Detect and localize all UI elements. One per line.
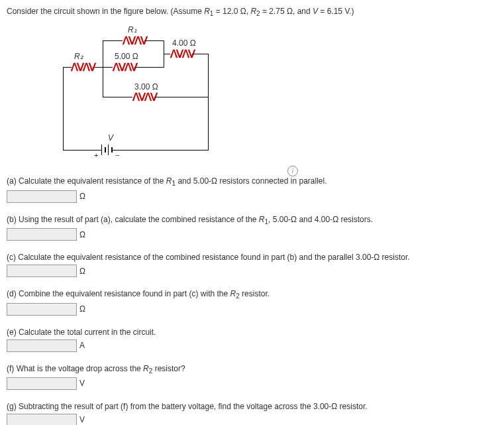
- minus-sign: −: [115, 151, 119, 159]
- qa-post: and 5.00-Ω resistors connected in parall…: [176, 176, 327, 186]
- qf-rsym: R: [143, 364, 149, 373]
- r1-val: = 12.0 Ω,: [213, 7, 250, 16]
- qb-pre: (b) Using the result of part (a), calcul…: [7, 215, 259, 224]
- intro-prefix: Consider the circuit shown in the figure…: [7, 7, 204, 16]
- r1-label: R₁: [128, 25, 137, 34]
- qg-text: (g) Subtracting the result of part (f) f…: [7, 402, 497, 411]
- qd-post: resistor.: [240, 289, 270, 298]
- resistor-5: ᐱᐯᐱᐯ: [113, 61, 136, 74]
- question-b: (b) Using the result of part (a), calcul…: [7, 215, 497, 241]
- info-icon[interactable]: i: [287, 166, 298, 176]
- qb-rsym: R: [259, 215, 265, 224]
- qb-post: , 5.00-Ω and 4.00-Ω resistors.: [268, 215, 373, 224]
- r2-val: = 2.75 Ω, and: [260, 7, 313, 16]
- r5-label: 5.00 Ω: [115, 52, 138, 61]
- r3-label: 3.00 Ω: [134, 82, 158, 91]
- answer-a-unit: Ω: [79, 192, 85, 201]
- question-g: (g) Subtracting the result of part (f) f…: [7, 402, 497, 425]
- question-d: (d) Combine the equivalent resistance fo…: [7, 289, 497, 315]
- r2-label: R₂: [74, 52, 83, 61]
- v-val: = 6.15 V.): [318, 7, 354, 16]
- v-label: V: [108, 133, 113, 143]
- v-sym: V: [313, 7, 318, 16]
- qd-rsym: R: [230, 289, 236, 298]
- answer-g-unit: V: [79, 415, 85, 424]
- qf-pre: (f) What is the voltage drop across the: [7, 364, 143, 373]
- qf-post: resistor?: [152, 364, 185, 373]
- resistor-r1: ᐱᐯᐱᐯ: [123, 34, 146, 47]
- resistor-4: ᐱᐯᐱᐯ: [170, 48, 194, 60]
- answer-c-unit: Ω: [79, 267, 85, 276]
- answer-e-unit: A: [79, 341, 85, 350]
- answer-a-input[interactable]: [7, 190, 77, 203]
- problem-intro: Consider the circuit shown in the figure…: [7, 7, 497, 17]
- answer-g-input[interactable]: [7, 414, 77, 425]
- answer-b-input[interactable]: [7, 228, 77, 241]
- r2-sym: R: [250, 7, 256, 16]
- plus-sign: +: [94, 151, 98, 159]
- question-f: (f) What is the voltage drop across the …: [7, 364, 497, 390]
- resistor-r2: ᐱᐯᐱᐯ: [71, 61, 95, 74]
- answer-d-unit: Ω: [79, 304, 85, 314]
- circuit-diagram: ᐱᐯᐱᐯ R₁ ᐱᐯᐱᐯ 5.00 Ω ᐱᐯᐱᐯ 4.00 Ω ᐱᐯᐱᐯ 3.0…: [60, 24, 272, 163]
- answer-f-unit: V: [79, 379, 85, 388]
- resistor-3: ᐱᐯᐱᐯ: [132, 91, 156, 103]
- answer-b-unit: Ω: [79, 230, 85, 239]
- qa-pre: (a) Calculate the equivalent resistance …: [7, 176, 166, 186]
- qe-text: (e) Calculate the total current in the c…: [7, 328, 497, 337]
- answer-f-input[interactable]: [7, 377, 77, 390]
- question-c: (c) Calculate the equivalent resistance …: [7, 253, 497, 277]
- answer-d-input[interactable]: [7, 303, 77, 316]
- qd-pre: (d) Combine the equivalent resistance fo…: [7, 289, 230, 298]
- question-e: (e) Calculate the total current in the c…: [7, 328, 497, 352]
- answer-e-input[interactable]: [7, 339, 77, 352]
- question-a: (a) Calculate the equivalent resistance …: [7, 176, 497, 202]
- qc-text: (c) Calculate the equivalent resistance …: [7, 253, 497, 262]
- answer-c-input[interactable]: [7, 265, 77, 277]
- r4-label: 4.00 Ω: [172, 38, 196, 48]
- r1-sym: R: [204, 7, 210, 16]
